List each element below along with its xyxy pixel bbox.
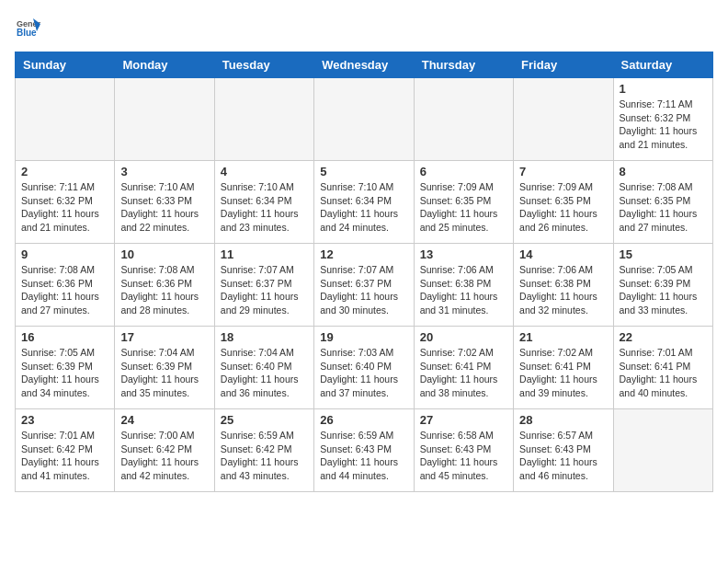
day-info: Sunrise: 6:58 AMSunset: 6:43 PMDaylight:…: [420, 429, 507, 483]
table-row: 14Sunrise: 7:06 AMSunset: 6:38 PMDayligh…: [514, 244, 613, 327]
day-info: Sunrise: 7:06 AMSunset: 6:38 PMDaylight:…: [519, 263, 607, 317]
day-info: Sunrise: 7:08 AMSunset: 6:36 PMDaylight:…: [120, 263, 208, 317]
day-number: 24: [120, 413, 208, 427]
day-number: 26: [320, 413, 407, 427]
table-row: 9Sunrise: 7:08 AMSunset: 6:36 PMDaylight…: [16, 244, 115, 327]
day-number: 9: [21, 247, 108, 261]
day-number: 21: [519, 330, 607, 344]
day-number: 3: [120, 165, 208, 178]
day-info: Sunrise: 7:08 AMSunset: 6:36 PMDaylight:…: [21, 263, 108, 317]
weekday-header-friday: Friday: [514, 52, 613, 78]
day-number: 2: [21, 165, 108, 178]
day-info: Sunrise: 7:01 AMSunset: 6:41 PMDaylight:…: [620, 346, 707, 400]
table-row: [16, 78, 115, 161]
day-info: Sunrise: 7:06 AMSunset: 6:38 PMDaylight:…: [420, 263, 507, 317]
day-info: Sunrise: 7:03 AMSunset: 6:40 PMDaylight:…: [320, 346, 407, 400]
weekday-header-sunday: Sunday: [16, 52, 115, 78]
day-number: 27: [420, 413, 507, 427]
table-row: 6Sunrise: 7:09 AMSunset: 6:35 PMDaylight…: [414, 161, 513, 244]
weekday-header-tuesday: Tuesday: [214, 52, 313, 78]
day-number: 6: [420, 165, 507, 178]
table-row: 8Sunrise: 7:08 AMSunset: 6:35 PMDaylight…: [613, 161, 712, 244]
day-number: 13: [420, 247, 507, 261]
weekday-header-thursday: Thursday: [414, 52, 513, 78]
day-info: Sunrise: 7:04 AMSunset: 6:39 PMDaylight:…: [120, 346, 208, 400]
day-number: 7: [519, 165, 607, 178]
calendar-table: SundayMondayTuesdayWednesdayThursdayFrid…: [15, 52, 713, 492]
day-number: 22: [620, 330, 707, 344]
day-number: 19: [320, 330, 407, 344]
weekday-header-saturday: Saturday: [613, 52, 712, 78]
day-number: 5: [320, 165, 407, 178]
table-row: [214, 78, 313, 161]
day-info: Sunrise: 7:10 AMSunset: 6:33 PMDaylight:…: [120, 180, 208, 235]
table-row: 2Sunrise: 7:11 AMSunset: 6:32 PMDaylight…: [16, 161, 115, 244]
table-row: 7Sunrise: 7:09 AMSunset: 6:35 PMDaylight…: [514, 161, 613, 244]
table-row: 28Sunrise: 6:57 AMSunset: 6:43 PMDayligh…: [514, 409, 613, 492]
day-info: Sunrise: 7:01 AMSunset: 6:42 PMDaylight:…: [21, 429, 108, 483]
day-info: Sunrise: 7:09 AMSunset: 6:35 PMDaylight:…: [519, 180, 607, 235]
day-number: 12: [320, 247, 407, 261]
day-info: Sunrise: 7:05 AMSunset: 6:39 PMDaylight:…: [21, 346, 108, 400]
day-info: Sunrise: 7:04 AMSunset: 6:40 PMDaylight:…: [221, 346, 308, 400]
table-row: 18Sunrise: 7:04 AMSunset: 6:40 PMDayligh…: [214, 327, 313, 409]
day-number: 28: [519, 413, 607, 427]
day-info: Sunrise: 7:11 AMSunset: 6:32 PMDaylight:…: [620, 98, 707, 152]
day-number: 16: [21, 330, 108, 344]
day-info: Sunrise: 7:10 AMSunset: 6:34 PMDaylight:…: [320, 180, 407, 235]
weekday-header-wednesday: Wednesday: [314, 52, 414, 78]
table-row: 20Sunrise: 7:02 AMSunset: 6:41 PMDayligh…: [414, 327, 513, 409]
day-info: Sunrise: 7:08 AMSunset: 6:35 PMDaylight:…: [620, 180, 707, 235]
table-row: 11Sunrise: 7:07 AMSunset: 6:37 PMDayligh…: [214, 244, 313, 327]
day-number: 11: [221, 247, 308, 261]
day-info: Sunrise: 7:09 AMSunset: 6:35 PMDaylight:…: [420, 180, 507, 235]
logo: General Blue: [15, 15, 44, 40]
general-blue-icon: General Blue: [15, 15, 40, 40]
day-info: Sunrise: 7:02 AMSunset: 6:41 PMDaylight:…: [519, 346, 607, 400]
table-row: [115, 78, 214, 161]
table-row: 15Sunrise: 7:05 AMSunset: 6:39 PMDayligh…: [613, 244, 712, 327]
day-info: Sunrise: 7:07 AMSunset: 6:37 PMDaylight:…: [221, 263, 308, 317]
table-row: 21Sunrise: 7:02 AMSunset: 6:41 PMDayligh…: [514, 327, 613, 409]
day-info: Sunrise: 7:11 AMSunset: 6:32 PMDaylight:…: [21, 180, 108, 235]
day-number: 4: [221, 165, 308, 178]
day-number: 8: [620, 165, 707, 178]
table-row: 23Sunrise: 7:01 AMSunset: 6:42 PMDayligh…: [16, 409, 115, 492]
day-info: Sunrise: 6:59 AMSunset: 6:43 PMDaylight:…: [320, 429, 407, 483]
day-number: 10: [120, 247, 208, 261]
day-info: Sunrise: 6:57 AMSunset: 6:43 PMDaylight:…: [519, 429, 607, 483]
table-row: 13Sunrise: 7:06 AMSunset: 6:38 PMDayligh…: [414, 244, 513, 327]
day-info: Sunrise: 7:07 AMSunset: 6:37 PMDaylight:…: [320, 263, 407, 317]
table-row: [314, 78, 414, 161]
day-number: 18: [221, 330, 308, 344]
table-row: 16Sunrise: 7:05 AMSunset: 6:39 PMDayligh…: [16, 327, 115, 409]
table-row: [514, 78, 613, 161]
table-row: 26Sunrise: 6:59 AMSunset: 6:43 PMDayligh…: [314, 409, 414, 492]
day-info: Sunrise: 6:59 AMSunset: 6:42 PMDaylight:…: [221, 429, 308, 483]
day-number: 17: [120, 330, 208, 344]
day-info: Sunrise: 7:10 AMSunset: 6:34 PMDaylight:…: [221, 180, 308, 235]
day-number: 23: [21, 413, 108, 427]
day-number: 25: [221, 413, 308, 427]
table-row: 12Sunrise: 7:07 AMSunset: 6:37 PMDayligh…: [314, 244, 414, 327]
table-row: 22Sunrise: 7:01 AMSunset: 6:41 PMDayligh…: [613, 327, 712, 409]
day-info: Sunrise: 7:05 AMSunset: 6:39 PMDaylight:…: [620, 263, 707, 317]
day-number: 1: [620, 82, 707, 96]
day-info: Sunrise: 7:00 AMSunset: 6:42 PMDaylight:…: [120, 429, 208, 483]
day-info: Sunrise: 7:02 AMSunset: 6:41 PMDaylight:…: [420, 346, 507, 400]
table-row: 19Sunrise: 7:03 AMSunset: 6:40 PMDayligh…: [314, 327, 414, 409]
table-row: 10Sunrise: 7:08 AMSunset: 6:36 PMDayligh…: [115, 244, 214, 327]
table-row: 24Sunrise: 7:00 AMSunset: 6:42 PMDayligh…: [115, 409, 214, 492]
table-row: 17Sunrise: 7:04 AMSunset: 6:39 PMDayligh…: [115, 327, 214, 409]
table-row: 5Sunrise: 7:10 AMSunset: 6:34 PMDaylight…: [314, 161, 414, 244]
svg-text:Blue: Blue: [17, 28, 37, 38]
table-row: 27Sunrise: 6:58 AMSunset: 6:43 PMDayligh…: [414, 409, 513, 492]
day-number: 20: [420, 330, 507, 344]
table-row: 4Sunrise: 7:10 AMSunset: 6:34 PMDaylight…: [214, 161, 313, 244]
table-row: 1Sunrise: 7:11 AMSunset: 6:32 PMDaylight…: [613, 78, 712, 161]
table-row: [414, 78, 513, 161]
day-number: 14: [519, 247, 607, 261]
table-row: [613, 409, 712, 492]
day-number: 15: [620, 247, 707, 261]
table-row: 25Sunrise: 6:59 AMSunset: 6:42 PMDayligh…: [214, 409, 313, 492]
